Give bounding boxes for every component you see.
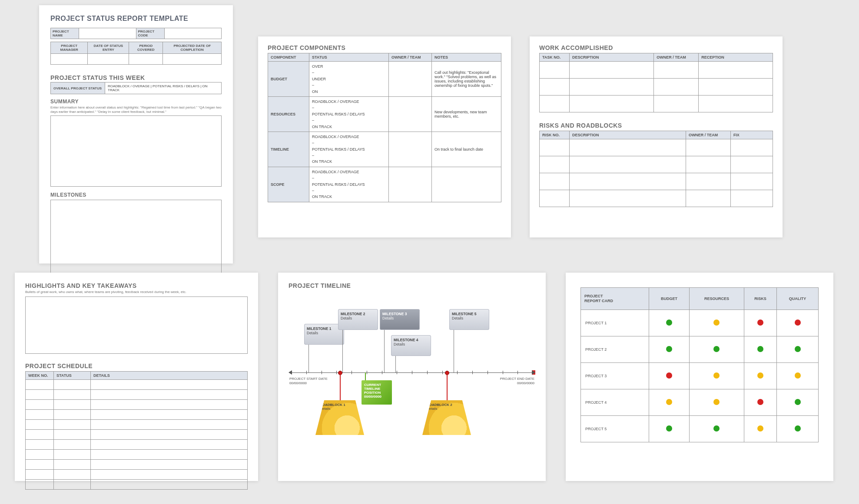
- cell[interactable]: [730, 139, 773, 156]
- cell[interactable]: [540, 173, 570, 190]
- cell[interactable]: [163, 54, 222, 65]
- cell[interactable]: [91, 440, 248, 450]
- cell[interactable]: [91, 420, 248, 430]
- cell[interactable]: [699, 79, 773, 96]
- value-project-code[interactable]: [165, 28, 222, 39]
- row-timeline-status[interactable]: ROADBLOCK / OVERAGE – POTENTIAL RISKS / …: [309, 132, 389, 167]
- row-budget-notes[interactable]: Call out highlights: "Exceptional work."…: [432, 62, 501, 97]
- cell[interactable]: [730, 190, 773, 207]
- table-row: TASK NO. DESCRIPTION OWNER / TEAM RECEPT…: [540, 53, 773, 62]
- cell[interactable]: [26, 430, 54, 440]
- row-resources-notes[interactable]: New developments, new team members, etc.: [432, 96, 501, 132]
- cell[interactable]: [54, 420, 91, 430]
- cell[interactable]: [26, 420, 54, 430]
- milestone-box[interactable]: MILESTONE 3Details: [380, 309, 420, 330]
- cell[interactable]: [91, 400, 248, 410]
- cell[interactable]: [654, 62, 699, 79]
- cell[interactable]: [91, 460, 248, 470]
- rc-status-cell: [744, 362, 776, 389]
- cell[interactable]: [570, 96, 654, 112]
- cell[interactable]: [54, 440, 91, 450]
- cell[interactable]: [91, 480, 248, 490]
- card-highlights-schedule: HIGHLIGHTS AND KEY TAKEAWAYS Bullets of …: [15, 273, 258, 481]
- cell[interactable]: [730, 173, 773, 190]
- highlights-text-box[interactable]: [25, 296, 248, 354]
- cell[interactable]: [570, 62, 654, 79]
- row-budget-status[interactable]: OVER – UNDER – ON: [309, 62, 389, 97]
- cell[interactable]: [54, 450, 91, 460]
- cell[interactable]: [26, 400, 54, 410]
- cell[interactable]: [686, 139, 730, 156]
- cell[interactable]: [91, 430, 248, 440]
- milestone-title: MILESTONE 5: [452, 312, 487, 316]
- row-timeline-notes[interactable]: On track to final launch date: [432, 132, 501, 167]
- milestone-box[interactable]: MILESTONE 2Details: [338, 309, 378, 330]
- cell[interactable]: [26, 480, 54, 490]
- rc-head-l1: PROJECT: [584, 294, 603, 298]
- row-resources-status[interactable]: ROADBLOCK / OVERAGE – POTENTIAL RISKS / …: [309, 96, 389, 132]
- cell[interactable]: [699, 96, 773, 112]
- cell[interactable]: [26, 440, 54, 450]
- cell[interactable]: [540, 79, 570, 96]
- cell[interactable]: [26, 450, 54, 460]
- cell[interactable]: [570, 173, 686, 190]
- cell[interactable]: [26, 390, 54, 400]
- cell[interactable]: [26, 410, 54, 420]
- row-timeline-owner[interactable]: [389, 132, 432, 167]
- cell[interactable]: [540, 62, 570, 79]
- cell[interactable]: [686, 156, 730, 173]
- status-dot-icon: [713, 346, 720, 352]
- cell[interactable]: [54, 460, 91, 470]
- cell[interactable]: [54, 380, 91, 390]
- cell[interactable]: [54, 410, 91, 420]
- row-scope-owner[interactable]: [389, 167, 432, 202]
- cell[interactable]: [54, 390, 91, 400]
- cell-overall-status-options[interactable]: ROADBLOCK / OVERAGE | POTENTIAL RISKS / …: [105, 82, 222, 94]
- cell[interactable]: [88, 54, 129, 65]
- cell[interactable]: [54, 480, 91, 490]
- status-row-table: OVERALL PROJECT STATUS ROADBLOCK / OVERA…: [50, 82, 222, 94]
- cell[interactable]: [54, 470, 91, 480]
- cell[interactable]: [540, 139, 570, 156]
- cell[interactable]: [540, 156, 570, 173]
- table-row: [26, 430, 248, 440]
- summary-text-box[interactable]: [50, 115, 222, 187]
- cell[interactable]: [654, 96, 699, 112]
- value-project-name[interactable]: [79, 28, 136, 39]
- milestone-box[interactable]: MILESTONE 4Details: [391, 335, 431, 356]
- cell[interactable]: [54, 430, 91, 440]
- roadblock-box[interactable]: ROADBLOCK 1Details: [315, 400, 364, 435]
- cell[interactable]: [570, 139, 686, 156]
- cell[interactable]: [730, 156, 773, 173]
- cell[interactable]: [570, 79, 654, 96]
- table-row: [540, 156, 773, 173]
- milestone-box[interactable]: MILESTONE 5Details: [449, 309, 489, 330]
- row-scope-status[interactable]: ROADBLOCK / OVERAGE – POTENTIAL RISKS / …: [309, 167, 389, 202]
- cell[interactable]: [51, 54, 88, 65]
- row-budget-owner[interactable]: [389, 62, 432, 97]
- cell[interactable]: [686, 173, 730, 190]
- cell[interactable]: [91, 450, 248, 460]
- cell[interactable]: [699, 62, 773, 79]
- milestones-text-box[interactable]: [50, 200, 222, 277]
- cell[interactable]: [91, 380, 248, 390]
- cell[interactable]: [654, 79, 699, 96]
- current-position-box[interactable]: CURRENTTIMELINEPOSITION00/00/0000: [362, 380, 392, 405]
- roadblock-box[interactable]: ROADBLOCK 2Details: [422, 400, 471, 435]
- cell[interactable]: [26, 380, 54, 390]
- cell[interactable]: [540, 96, 570, 112]
- cell[interactable]: [129, 54, 163, 65]
- cell[interactable]: [540, 190, 570, 207]
- cell[interactable]: [570, 156, 686, 173]
- row-resources-owner[interactable]: [389, 96, 432, 132]
- cell[interactable]: [26, 460, 54, 470]
- cell[interactable]: [26, 470, 54, 480]
- cell[interactable]: [570, 190, 686, 207]
- cell[interactable]: [91, 470, 248, 480]
- start-date: 00/00/0000: [289, 381, 307, 385]
- cell[interactable]: [91, 410, 248, 420]
- row-scope-notes[interactable]: [432, 167, 501, 202]
- cell[interactable]: [54, 400, 91, 410]
- cell[interactable]: [686, 190, 730, 207]
- cell[interactable]: [91, 390, 248, 400]
